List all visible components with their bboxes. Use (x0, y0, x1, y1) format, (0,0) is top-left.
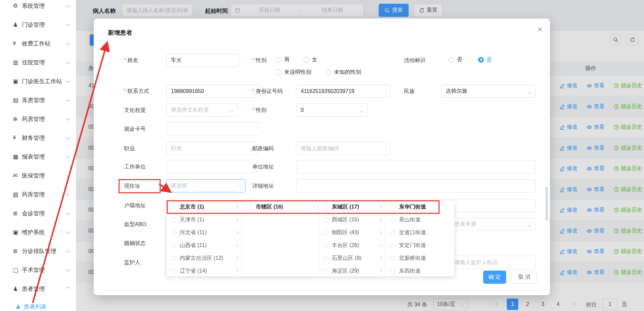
sidebar-item-patient-list[interactable]: ♟患者列表 (0, 298, 76, 311)
cascader-option-jiaodaokou[interactable]: 交道口街道 (386, 226, 454, 239)
cascader-option-neimenggu[interactable]: 内蒙古自治区 (12) (167, 252, 242, 265)
gender-radio-unstated[interactable]: 未说明性别 (276, 68, 311, 76)
sidebar-item-label: 库房管理 (22, 96, 66, 104)
chevron-down-icon (66, 41, 69, 45)
sidebar-item-label: 医保管理 (22, 172, 66, 180)
gender-radio-male[interactable]: 男 (276, 56, 290, 63)
box-icon: ▢ (13, 267, 22, 274)
active-radio-yes[interactable]: 是 (478, 56, 492, 63)
postcode-input[interactable] (296, 142, 390, 155)
cascader-option-chaoyang[interactable]: 朝阳区 (43) (319, 226, 386, 239)
cascader-option-haidian[interactable]: 海淀区 (29) (319, 265, 386, 277)
cascader-option-shixiaqu[interactable]: 市辖区 (16) (242, 200, 318, 213)
name-input[interactable] (166, 54, 239, 67)
cascader-district-column: 东城区 (17) 西城区 (15) 朝阳区 (43) 丰台区 (26) 石景山区… (319, 200, 386, 276)
radio-icon (390, 230, 396, 235)
sidebar-item-insurance-mgmt[interactable]: ✉医保管理 (0, 166, 76, 185)
unit-address-input[interactable] (296, 160, 535, 173)
sidebar-item-triage-queue[interactable]: ≣分诊排队管理 (0, 242, 76, 260)
sidebar-item-outpatient-mgmt[interactable]: ♟门诊管理 (0, 15, 76, 34)
sidebar-item-label: 会诊管理 (22, 210, 66, 217)
required-marker: * (124, 57, 126, 63)
yen-icon: ¥ (13, 134, 22, 141)
cascader-option-beijing[interactable]: 北京市 (1) (167, 200, 242, 213)
radio-icon (323, 269, 328, 274)
cascader-option-jingshan[interactable]: 景山街道 (386, 213, 454, 226)
active-radio-no[interactable]: 否 (448, 56, 462, 63)
sidebar-item-maintenance[interactable]: ▣维护系统 (0, 223, 76, 242)
sidebar-item-drugstore-mgmt[interactable]: ▧药库管理 (0, 185, 76, 204)
bar-chart-icon: ▥ (13, 59, 22, 66)
patient-source-select[interactable]: 患者来源 (450, 218, 535, 231)
education-select[interactable]: 请选择文化程度 (166, 103, 238, 117)
cascader-option-fengtai[interactable]: 丰台区 (26) (319, 239, 386, 252)
cascader-option-xicheng[interactable]: 西城区 (15) (319, 213, 386, 226)
cascader-option-shanxi[interactable]: 山西省 (11) (167, 239, 242, 252)
ethnicity-select[interactable]: 达斡尔族 (441, 85, 535, 98)
sidebar-item-finance-mgmt[interactable]: ¥财务管理 (0, 128, 76, 147)
chevron-right-icon (235, 230, 239, 234)
card-number-input[interactable] (166, 122, 261, 135)
required-marker: * (252, 57, 254, 63)
gender-code-select[interactable]: 0 (296, 103, 368, 117)
chevron-down-icon (359, 108, 363, 112)
cascader-city-column: 市辖区 (16) (242, 200, 318, 276)
cascader-street-column: 东华门街道 景山街道 交道口街道 安定门街道 北新桥街道 东四街道 (386, 200, 454, 276)
sidebar-item-pharmacy-mgmt[interactable]: ⊕药房管理 (0, 110, 76, 128)
modal-scrollbar[interactable] (546, 187, 548, 221)
education-label: 文化程度 (124, 107, 146, 114)
card-number-label: 就诊卡号 (124, 126, 146, 132)
cascader-option-dongcheng[interactable]: 东城区 (17) (319, 200, 386, 213)
sidebar-item-inpatient-mgmt[interactable]: ▥住院管理 (0, 53, 76, 72)
occupation-select[interactable]: 职业 (166, 142, 257, 155)
radio-icon (390, 205, 396, 210)
chevron-down-icon (66, 79, 69, 83)
sidebar-item-label: 维护系统 (22, 228, 66, 236)
guardian-phone-input[interactable] (450, 256, 535, 269)
radio-icon (323, 217, 328, 222)
close-icon[interactable]: × (534, 23, 546, 35)
radio-icon (171, 269, 176, 274)
document-icon: ▤ (13, 97, 22, 104)
radio-icon (448, 57, 454, 63)
cascader-option-hebei[interactable]: 河北省 (11) (167, 226, 242, 239)
cascader-option-beixinqiao[interactable]: 北新桥街道 (386, 252, 454, 265)
cascader-option-shijingshan[interactable]: 石景山区 (9) (319, 252, 386, 265)
sidebar-item-surgery-mgmt[interactable]: ▢手术管理 (0, 260, 76, 279)
guardian-label: 监护人 (124, 259, 140, 266)
gender-radio-unknown[interactable]: 未知的性别 (326, 68, 361, 76)
sidebar-item-report-mgmt[interactable]: ▦报表管理 (0, 147, 76, 166)
gender-radio-female[interactable]: 女 (303, 56, 317, 63)
cancel-button[interactable]: 取 消 (512, 271, 537, 284)
cascader-option-andingmen[interactable]: 安定门街道 (386, 239, 454, 252)
work-unit-input[interactable] (166, 160, 257, 173)
id-number-input[interactable] (296, 85, 390, 98)
confirm-button[interactable]: 确 定 (483, 271, 506, 284)
radio-icon (323, 256, 328, 261)
sidebar-item-system-mgmt[interactable]: ⚙系统管理 (0, 0, 76, 15)
chevron-right-icon (378, 230, 382, 234)
monitor-icon: ▣ (13, 229, 22, 236)
sidebar-item-doctor-station[interactable]: ▣门诊医生工作站 (0, 72, 76, 91)
radio-icon (276, 69, 282, 75)
contact-input[interactable] (166, 85, 261, 98)
cascader-option-donghuamen[interactable]: 东华门街道 (386, 200, 454, 213)
chevron-right-icon (378, 243, 382, 247)
cascader-option-liaoning[interactable]: 辽宁省 (14) (167, 265, 242, 277)
detail-address-input[interactable] (296, 179, 535, 192)
chevron-down-icon (66, 211, 69, 215)
person-icon: ♟ (13, 21, 22, 28)
sidebar-item-consultation-mgmt[interactable]: ≣会诊管理 (0, 204, 76, 223)
chevron-down-icon (66, 230, 69, 234)
cascader-option-dongsi[interactable]: 东四街道 (386, 265, 454, 277)
current-address-select[interactable]: 请选择 (166, 179, 245, 192)
dialog-title: 新增患者 (108, 29, 132, 37)
name-label: *姓名 (124, 57, 138, 64)
household-address-input[interactable] (441, 199, 535, 212)
storage-icon: ▧ (13, 191, 22, 198)
sidebar-item-warehouse-mgmt[interactable]: ▤库房管理 (0, 91, 76, 110)
sidebar-item-patient-mgmt[interactable]: ♟患者管理 (0, 279, 76, 298)
cascader-option-tianjin[interactable]: 天津市 (1) (167, 213, 242, 226)
sidebar-item-fee-station[interactable]: ¥收费工作站 (0, 34, 76, 53)
cascader-province-column: 北京市 (1) 天津市 (1) 河北省 (11) 山西省 (11) 内蒙古自治区… (167, 200, 242, 276)
